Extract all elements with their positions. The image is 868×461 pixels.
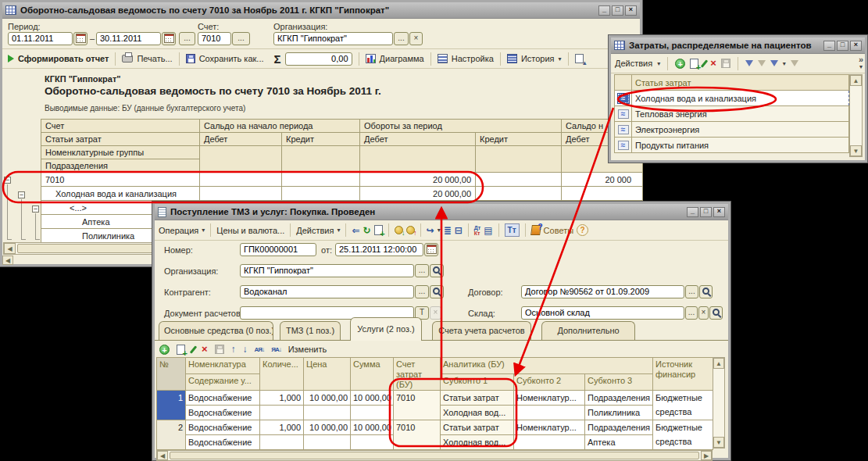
contract-input[interactable]: Договор №90562 от 01.09.2009 [521,285,684,298]
document-structure-icon[interactable]: ▤ [484,225,492,236]
period-more-button[interactable]: ... [179,32,195,45]
grid-row[interactable]: 2 Водоснабжение 1,000 10 000,00 10 000,0… [157,420,713,435]
account-cell[interactable]: 7010 [394,420,441,450]
sub2-type-cell[interactable]: Номенклатур... [514,420,585,435]
copy-icon[interactable] [374,225,383,235]
tab-additional[interactable]: Дополнительно [541,321,635,341]
actions-menu[interactable]: Действия [615,59,652,68]
checklist-icon[interactable]: ⊟ [455,225,463,236]
print-button[interactable]: Печать... [137,54,172,63]
tab-tmz[interactable]: ТМЗ (1 поз.) [280,321,341,341]
col-header-source[interactable]: Источник финансир [653,358,713,391]
report-row-account[interactable]: 7010 20 000,00 20 000 [41,173,643,187]
contractor-more-button[interactable]: ... [415,285,429,298]
warehouse-clear-button[interactable]: × [698,306,709,320]
scroll-left-icon[interactable]: ◀ [4,243,16,254]
scroll-right-icon[interactable]: ▶ [701,451,712,460]
sub1-type-cell[interactable]: Статьи затрат [441,391,514,406]
source-cell[interactable]: Бюджетные средства [653,391,713,420]
row-copy-icon[interactable] [177,345,185,355]
row-edit-icon[interactable] [190,345,197,353]
organization-more-button[interactable]: ... [415,264,429,277]
sort-az-icon[interactable]: АЯ↓ [255,346,265,353]
tab-services[interactable]: Услуги (2 поз.) [350,317,422,341]
tab-settlement-accounts[interactable]: Счета учета расчетов [432,321,531,341]
nomenclature-cell[interactable]: Водоснабжение [186,391,260,406]
report-titlebar[interactable]: Оборотно-сальдовая ведомость по счету 70… [2,2,640,19]
col-header-qty[interactable]: Количе... [260,358,304,391]
sub1-value-cell[interactable]: Холодная вод... [441,435,514,450]
scroll-down-icon[interactable]: ▼ [850,145,862,156]
content-cell[interactable]: Водоснабжение [186,406,260,420]
minimize-button[interactable]: _ [687,207,698,217]
date-input[interactable]: 25.11.2011 12:00:00 [335,243,423,256]
col-header-sub3[interactable]: Субконто 3 [585,374,653,391]
nomenclature-cell[interactable]: Водоснабжение [186,420,260,435]
organization-input[interactable]: КГКП "Гиппократ" [240,264,414,277]
period-to-calendar-button[interactable] [162,32,176,45]
scroll-up-icon[interactable]: ▲ [850,75,862,86]
qty-cell[interactable]: 1,000 [260,420,304,435]
history-dropdown-icon[interactable]: ▾ [559,55,562,63]
col-header-sub1[interactable]: Субконто 1 [441,374,514,391]
cost-item-cell[interactable]: Холодная вода и канализация [41,187,200,201]
cost-item-label[interactable]: Электроэнергия [632,122,849,138]
col-header-analytics[interactable]: Аналитика (БУ) [441,358,653,374]
titles-toggle-button[interactable]: Тт [505,223,520,237]
receipt-titlebar[interactable]: Поступление ТМЗ и услуг: Покупка. Провед… [155,204,728,220]
outer-scroll-left-icon[interactable]: ◀ [2,256,13,265]
row-move-down-icon[interactable]: ↓ [243,344,248,355]
sub3-value-cell[interactable]: Аптека [585,435,653,450]
contractor-input[interactable]: Водоканал [240,285,414,298]
dt-kt-icon[interactable]: ДтКт [474,225,480,236]
close-button[interactable]: × [850,41,862,51]
copy-icon[interactable] [690,59,698,69]
col-header-content[interactable]: Содержание у... [186,374,260,391]
cost-item-label[interactable]: Холодная вода и канализация [632,91,849,106]
row-delete-icon[interactable]: × [202,345,208,354]
turnover-debit-cell[interactable]: 20 000,00 [360,187,476,201]
scroll-up-icon[interactable]: ▲ [713,358,724,369]
save-icon[interactable] [721,59,730,68]
settlement-clear-button[interactable]: × [430,306,441,320]
row-move-up-icon[interactable]: ↑ [231,344,236,355]
tree-collapse-icon[interactable]: − [32,205,39,213]
tree-collapse-icon[interactable]: − [4,177,11,184]
qty-cell[interactable]: 1,000 [260,391,304,406]
maximize-button[interactable]: □ [700,207,712,217]
col-header-account[interactable]: Счет затрат (БУ) [394,358,441,391]
col-header-num[interactable]: № [157,358,186,391]
close-button[interactable]: × [625,5,637,16]
filter-sort-icon[interactable] [745,60,753,66]
cost-item-label[interactable]: Продукты питания [632,138,849,153]
col-header-nomenclature[interactable]: Номенклатура [186,358,260,374]
contractor-search-button[interactable] [430,285,444,298]
scroll-left-icon[interactable]: ◀ [157,451,168,460]
minimize-button[interactable]: _ [823,41,835,51]
closing-debit-cell[interactable]: 20 000 [562,173,643,187]
scroll-down-icon[interactable]: ▼ [713,437,724,448]
amount-cell[interactable]: 10 000,00 [351,420,394,435]
date-calendar-button[interactable] [424,243,438,256]
account-more-button[interactable]: ... [232,32,250,45]
col-header-price[interactable]: Цена [304,358,351,391]
toolbar-overflow-icon[interactable]: » [859,56,863,63]
account-input[interactable]: 7010 [198,32,231,45]
contract-more-button[interactable]: ... [685,285,698,298]
refresh-icon[interactable]: ↻ [363,225,371,236]
post-document-icon[interactable]: ↓ [395,226,403,234]
edit-row-button[interactable]: Изменить [288,345,327,354]
row-number-cell[interactable]: 1 [157,391,186,420]
history-button[interactable]: История [521,54,555,63]
actions-menu[interactable]: Действия [296,226,334,235]
scrollbar-thumb[interactable] [170,452,699,459]
number-input[interactable]: ГПК00000001 [240,243,316,256]
period-to-input[interactable]: 30.11.2011 [96,32,161,45]
tab-fixed-assets[interactable]: Основные средства (0 поз.) [159,321,273,341]
price-cell[interactable]: 10 000,00 [304,391,351,406]
chart-button[interactable]: Диаграмма [380,54,424,63]
list-item[interactable]: ≈ Тепловая энергия [615,106,849,122]
account-cell[interactable]: 7010 [41,173,200,187]
unpost-document-icon[interactable]: ↑ [406,226,415,234]
list-icon[interactable]: ≣ [444,225,452,236]
